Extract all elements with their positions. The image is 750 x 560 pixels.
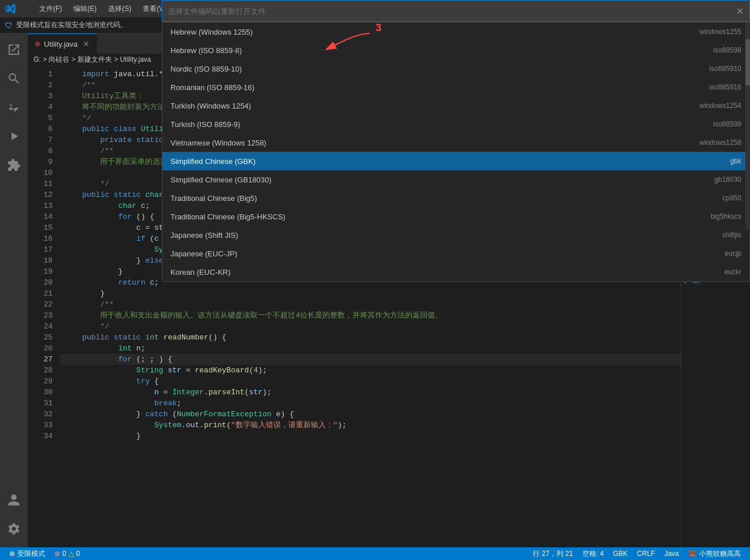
encoding-item-nordic[interactable]: Nordic (ISO 8859-10) iso885910 — [162, 59, 749, 78]
encoding-scrollbar[interactable] — [745, 22, 750, 230]
encoding-code: iso885910 — [710, 65, 741, 73]
encoding-name: Traditional Chinese (Big5-HKSCS) — [170, 212, 711, 221]
encoding-search-input[interactable] — [168, 7, 736, 16]
encoding-list: Hebrew (Windows 1255) windows1255 Hebrew… — [162, 22, 750, 282]
encoding-search-container: ✕ — [162, 0, 750, 22]
encoding-name: Simplified Chinese (GB18030) — [170, 176, 714, 184]
encoding-name: Japanese (EUC-JP) — [170, 249, 725, 258]
encoding-item-turkish-iso[interactable]: Turkish (ISO 8859-9) iso88599 — [162, 115, 749, 133]
encoding-item-turkish-windows[interactable]: Turkish (Windows 1254) windows1254 — [162, 96, 749, 115]
encoding-name: Japanese (Shift JIS) — [170, 231, 722, 240]
encoding-dropdown-overlay: ✕ Hebrew (Windows 1255) windows1255 Hebr… — [0, 0, 750, 560]
encoding-code: windows1258 — [699, 139, 741, 147]
encoding-name: Vietnamese (Windows 1258) — [170, 139, 699, 147]
encoding-name: Nordic (ISO 8859-10) — [170, 65, 710, 73]
encoding-code: windows1254 — [699, 102, 741, 110]
encoding-code: eucjp — [725, 249, 741, 257]
encoding-code: iso88598 — [713, 46, 741, 54]
encoding-name: Hebrew (Windows 1255) — [170, 28, 699, 36]
encoding-code: windows1255 — [699, 28, 741, 36]
encoding-code: iso885916 — [710, 83, 741, 91]
encoding-name: Romanian (ISO 8859-16) — [170, 83, 710, 92]
encoding-item-vietnamese[interactable]: Vietnamese (Windows 1258) windows1258 — [162, 133, 749, 152]
encoding-search-close-icon[interactable]: ✕ — [736, 6, 744, 17]
encoding-name: Simplified Chinese (GBK) — [170, 157, 730, 166]
encoding-item-eucjp[interactable]: Japanese (EUC-JP) eucjp — [162, 244, 749, 263]
encoding-name: Hebrew (ISO 8859-8) — [170, 46, 713, 55]
encoding-name: Turkish (ISO 8859-9) — [170, 120, 713, 129]
encoding-item-hebrew-iso[interactable]: Hebrew (ISO 8859-8) iso88598 — [162, 41, 749, 59]
encoding-item-romanian[interactable]: Romanian (ISO 8859-16) iso885916 — [162, 78, 749, 96]
encoding-code: gb18030 — [714, 176, 741, 184]
encoding-code: gbk — [730, 157, 741, 165]
encoding-item-euckr[interactable]: Korean (EUC-KR) euckr — [162, 263, 749, 281]
encoding-code: euckr — [725, 268, 741, 276]
encoding-name: Turkish (Windows 1254) — [170, 102, 699, 110]
encoding-item-big5[interactable]: Traditional Chinese (Big5) cp950 — [162, 189, 749, 207]
encoding-item-gb18030[interactable]: Simplified Chinese (GB18030) gb18030 — [162, 170, 749, 189]
encoding-item-hebrew-windows[interactable]: Hebrew (Windows 1255) windows1255 — [162, 23, 749, 41]
encoding-item-shiftjis[interactable]: Japanese (Shift JIS) shiftjis — [162, 226, 749, 244]
encoding-item-gbk[interactable]: Simplified Chinese (GBK) gbk — [162, 152, 749, 170]
encoding-scrollbar-thumb[interactable] — [745, 39, 750, 85]
encoding-name: Traditional Chinese (Big5) — [170, 194, 722, 203]
encoding-code: big5hkscs — [711, 212, 741, 221]
encoding-code: iso88599 — [713, 120, 741, 128]
encoding-item-big5-hkscs[interactable]: Traditional Chinese (Big5-HKSCS) big5hks… — [162, 207, 749, 226]
encoding-name: Korean (EUC-KR) — [170, 268, 725, 277]
encoding-code: cp950 — [722, 194, 741, 202]
encoding-code: shiftjis — [722, 231, 741, 239]
